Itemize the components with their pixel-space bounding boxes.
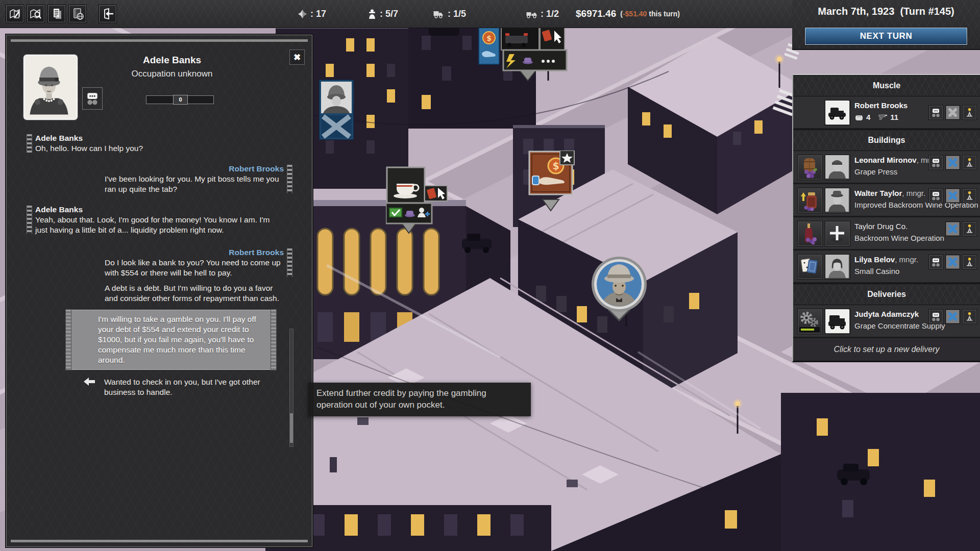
svg-text:$: $ [552, 160, 559, 171]
conversation-icon[interactable] [82, 87, 103, 110]
wine-jar-upgrade-icon [797, 188, 823, 213]
assign-icon[interactable] [945, 155, 960, 170]
assign-icon-disabled[interactable] [945, 105, 960, 120]
message-text: Yeah, about that. Look, I'm good for the… [35, 215, 270, 234]
talk-icon[interactable] [928, 188, 943, 203]
new-delivery-button[interactable]: Click to set up a new delivery [793, 338, 980, 361]
message-text: Oh, hello. How can I help you? [35, 144, 143, 153]
talk-icon[interactable] [928, 255, 943, 269]
locate-on-map-icon[interactable] [962, 255, 977, 269]
building-manager-name: Walter Taylor, mngr. [854, 189, 925, 197]
close-icon: ✖ [293, 52, 301, 63]
relationship-slider-thumb[interactable]: 0 [173, 95, 188, 105]
contacts-button[interactable] [69, 5, 86, 22]
message-speaker: Adele Banks [35, 133, 275, 143]
building-row-grape-press[interactable]: Leonard Mironov, mngr. Grape Press [793, 151, 980, 184]
building-row-small-casino[interactable]: Lilya Belov, mngr. Small Casino [793, 251, 980, 284]
muscle-name: Robert Brooks [854, 101, 908, 110]
dialog-scrollbar[interactable] [289, 329, 293, 447]
dialog-subtitle: Occupation unknown [53, 69, 291, 79]
money-amount: $6971.46 [576, 8, 616, 19]
dialog-option-leave[interactable]: Wanted to check in on you, but I've got … [84, 377, 292, 397]
delivery-actions [928, 309, 977, 324]
locate-on-map-icon[interactable] [962, 221, 977, 236]
talk-icon[interactable] [928, 155, 943, 170]
close-button[interactable]: ✖ [289, 49, 305, 65]
building-manager-name: Leonard Mironov, mngr. [854, 156, 940, 164]
map-marker-collection[interactable]: $ [475, 26, 570, 87]
quote-strip-decoration [27, 206, 32, 234]
muscle-row-robert-brooks[interactable]: Robert Brooks 4 11 [793, 96, 980, 130]
map-notes-button[interactable] [6, 5, 23, 22]
locate-on-map-icon[interactable] [962, 155, 977, 170]
building-row-improved-wine-operation[interactable]: Walter Taylor, mngr. Improved Backroom W… [793, 184, 980, 217]
building-name: Grape Press [854, 167, 897, 176]
relationship-slider[interactable]: 0 [146, 95, 214, 104]
option-text: Wanted to check in on you, but I've got … [104, 377, 273, 397]
option-edge-decoration [65, 309, 71, 370]
quote-strip-decoration [287, 248, 292, 277]
muscle-section-header: Muscle [793, 75, 980, 96]
dialog-scrollbar-thumb[interactable] [290, 413, 293, 443]
delivery-row-grape-concentrate[interactable]: Judyta Adamczyk Grape Concentrate Supply [793, 305, 980, 338]
compass-rose-icon [298, 9, 307, 19]
ledger-icon [50, 7, 63, 20]
talk-icon[interactable] [928, 105, 943, 120]
character-portrait-pin-icon [590, 255, 648, 327]
map-marker-pay-cash[interactable]: $ [528, 151, 575, 213]
message-speaker: Robert Brooks [105, 164, 284, 174]
tooltip: Extend further credit by paying the gamb… [308, 383, 531, 416]
locate-on-map-icon[interactable] [962, 105, 977, 120]
assign-icon[interactable] [945, 221, 960, 236]
dialog-message: Robert Brooks I've been looking for you.… [95, 164, 292, 194]
gun-icon [878, 113, 888, 121]
leonard-mironov-portrait [825, 155, 850, 180]
building-owner-name: Taylor Drug Co. [854, 222, 908, 231]
buildings-section-header: Buildings [793, 130, 980, 151]
building-name: Small Casino [854, 267, 899, 276]
dialog-option-extend-credit[interactable]: I'm willing to take a gamble on you. I'l… [66, 310, 276, 370]
assign-icon[interactable] [945, 188, 960, 203]
assign-icon[interactable] [945, 255, 960, 269]
exit-button[interactable] [99, 5, 116, 22]
map-search-button[interactable] [27, 5, 44, 22]
conversation-dialog: ✖ Adele [6, 35, 312, 547]
wine-bottle-icon [797, 221, 823, 246]
dialog-trim-top [11, 39, 308, 42]
message-speaker: Robert Brooks [105, 247, 284, 258]
gangster-icon [368, 9, 377, 19]
delivery-gears-icon [797, 309, 823, 334]
talk-icon[interactable] [928, 309, 943, 324]
coffee-cup-icon [386, 166, 449, 235]
hand-coin-icon: $ [528, 151, 575, 213]
map-marker-speakeasy[interactable] [386, 166, 449, 235]
ledger-button[interactable] [48, 5, 65, 22]
map-notes-icon [8, 7, 21, 20]
stat-compass-value: : 17 [310, 9, 326, 19]
locate-on-map-icon[interactable] [962, 309, 977, 324]
delivery-truck-thumb [825, 309, 850, 334]
option-text: I'm willing to take a gamble on you. I'l… [98, 315, 256, 364]
building-row-backroom-wine-operation[interactable]: Taylor Drug Co. Backroom Wine Operation [793, 217, 980, 251]
map-marker-robert-brooks[interactable] [590, 255, 648, 327]
stat-vehicles: : 1/5 [433, 0, 466, 28]
dialog-aside-text: A debt is a debt. But I'm willing to do … [95, 283, 292, 304]
back-arrow-icon [84, 377, 95, 386]
stat-compass: : 17 [298, 0, 326, 28]
adele-marker-icon [319, 80, 354, 140]
date-text: March 7th, 1923 (Turn #145) [792, 6, 980, 17]
playing-cards-icon [797, 254, 823, 280]
muscle-stats: 4 11 [854, 113, 898, 121]
money-delta: (-$51.40 this turn) [620, 10, 680, 18]
dialog-message: Adele Banks Oh, hello. How can I help yo… [27, 133, 275, 154]
locate-on-map-icon[interactable] [962, 188, 977, 203]
stat-vehicles-value: : 1/5 [448, 9, 466, 19]
next-turn-button[interactable]: NEXT TURN [805, 28, 967, 45]
assign-icon[interactable] [945, 309, 960, 324]
grape-press-icon [797, 155, 823, 180]
map-marker-adele-banks[interactable] [319, 80, 354, 140]
dialog-trim-bottom [11, 540, 308, 542]
tooltip-text: Extend further credit by paying the gamb… [316, 388, 486, 410]
dialog-message: Robert Brooks Do I look like a bank to y… [95, 247, 292, 278]
svg-text:$: $ [486, 34, 492, 42]
